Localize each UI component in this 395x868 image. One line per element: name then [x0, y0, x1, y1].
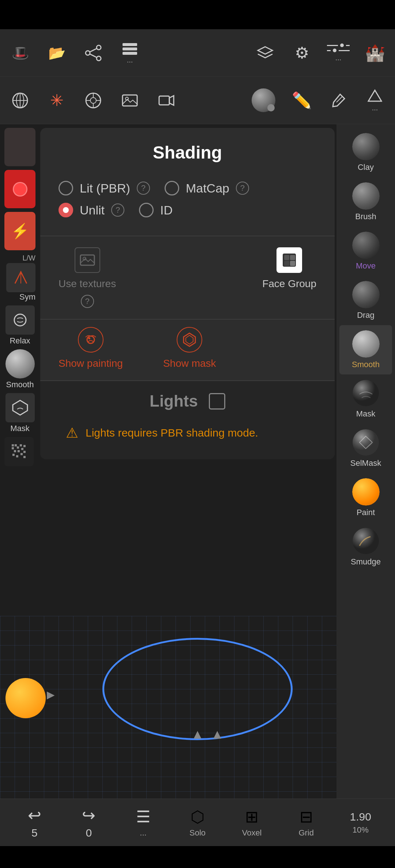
lights-toggle[interactable] [209, 393, 225, 410]
move-tool-icon [352, 232, 380, 259]
sidebar-item-paint[interactable]: Paint [339, 473, 392, 522]
sun-icon[interactable]: ✳ [44, 88, 69, 113]
voxel-button[interactable]: ⊞ Voxel [225, 807, 279, 838]
mask-left-label: Mask [10, 424, 30, 433]
id-option[interactable]: ID [139, 203, 173, 217]
video-icon[interactable] [154, 88, 179, 113]
triangle-icon[interactable]: ... [362, 88, 388, 113]
lit-pbr-label: Lit (PBR) [80, 181, 130, 195]
lit-pbr-radio[interactable] [59, 181, 73, 195]
sphere-material-icon[interactable] [249, 86, 278, 115]
unlit-option[interactable]: Unlit ? [59, 203, 124, 217]
mask-left-button[interactable]: Mask [4, 393, 35, 433]
paint-label: Paint [357, 508, 375, 517]
sidebar-item-brush[interactable]: Brush [339, 177, 392, 226]
relax-icon [5, 305, 35, 335]
shading-modal: Shading Lit (PBR) ? MatCap ? Unlit [40, 128, 335, 459]
svg-rect-36 [12, 444, 14, 446]
face-group-label: Face Group [262, 278, 316, 290]
sidebar-item-smooth[interactable]: Smooth [339, 325, 392, 374]
undo-counter: 5 [31, 827, 38, 839]
pen-icon[interactable]: ✏️ [289, 88, 315, 113]
show-painting-label: Show painting [59, 358, 123, 369]
layers-icon[interactable] [252, 40, 278, 66]
face-group-option[interactable]: Face Group [262, 247, 316, 308]
scroll-up-chevron[interactable]: ▲ [191, 727, 204, 742]
svg-rect-42 [18, 450, 20, 452]
svg-rect-7 [123, 52, 137, 55]
aperture-icon[interactable] [80, 88, 106, 113]
share-icon[interactable] [80, 40, 106, 66]
texture-icon [75, 247, 100, 273]
lit-pbr-help-icon[interactable]: ? [137, 182, 150, 195]
eyedropper-icon[interactable] [326, 88, 351, 113]
sidebar-item-clay[interactable]: Clay [339, 128, 392, 177]
svg-point-31 [353, 380, 379, 406]
id-radio[interactable] [139, 203, 154, 217]
castle-icon[interactable]: 🏰 [362, 40, 388, 66]
color-swatch-red[interactable] [4, 170, 35, 208]
sidebar-item-mask[interactable]: Mask [339, 374, 392, 424]
settings-icon[interactable]: ⚙ [289, 40, 315, 66]
sidebar-item-selmask[interactable]: SelMask [339, 424, 392, 473]
svg-rect-43 [21, 448, 23, 450]
matcap-option[interactable]: MatCap ? [165, 181, 249, 195]
use-textures-help-icon[interactable]: ? [81, 295, 94, 308]
matcap-radio[interactable] [165, 181, 179, 195]
folder-icon[interactable]: 📂 [44, 40, 69, 66]
svg-rect-38 [12, 447, 14, 449]
grid-button[interactable]: ⊟ Grid [279, 807, 334, 838]
svg-rect-18 [123, 95, 137, 106]
left-tools: ⚡ L/W Sym [4, 128, 35, 466]
face-group-icon [276, 247, 302, 273]
menu-icon: ☰ [136, 807, 150, 826]
menu-button[interactable]: ☰ ... [116, 807, 170, 838]
expand-arrow-icon[interactable]: ▶ [47, 689, 55, 701]
solo-label: Solo [189, 828, 206, 838]
use-textures-option[interactable]: Use textures ? [59, 247, 116, 308]
relax-button[interactable]: Relax [4, 305, 35, 346]
solo-button[interactable]: ⬡ Solo [170, 807, 225, 838]
unlit-help-icon[interactable]: ? [111, 203, 124, 217]
layers-stack-icon[interactable]: ... [117, 40, 143, 66]
hat-icon[interactable]: 🎩 [7, 40, 33, 66]
grid-view-icon[interactable] [7, 88, 33, 113]
zoom-value: 1.90 [350, 811, 371, 823]
sidebar-item-drag[interactable]: Drag [339, 276, 392, 325]
svg-point-13 [90, 98, 96, 103]
color-swatch-coral[interactable]: ⚡ [4, 212, 35, 250]
orange-color-ball[interactable] [5, 678, 46, 718]
sym-button[interactable] [6, 263, 35, 292]
show-mask-option[interactable]: Show mask [163, 327, 216, 369]
show-painting-option[interactable]: Show painting [59, 327, 123, 369]
right-sidebar: Clay Brush Move Drag Smo [336, 124, 395, 799]
sidebar-item-move[interactable]: Move [339, 226, 392, 276]
scroll-up-chevron2[interactable]: ▲ [211, 727, 224, 742]
svg-rect-49 [23, 456, 26, 458]
use-textures-label: Use textures [59, 278, 116, 290]
image-icon[interactable] [117, 88, 143, 113]
redo-button[interactable]: ↪ 0 [62, 806, 116, 839]
lit-pbr-option[interactable]: Lit (PBR) ? [59, 181, 150, 195]
lights-header: Lights [59, 392, 316, 410]
svg-point-2 [97, 56, 101, 61]
unlit-radio[interactable] [59, 203, 73, 217]
svg-point-33 [353, 528, 379, 554]
lw-sym-container: L/W Sym [4, 254, 35, 302]
shading-options-section: Lit (PBR) ? MatCap ? Unlit ? ID [40, 174, 335, 236]
smooth-left-button[interactable]: Smooth [4, 349, 35, 389]
sidebar-item-smudge[interactable]: Smudge [339, 522, 392, 572]
scatter-icon-button[interactable] [4, 437, 34, 466]
svg-rect-47 [12, 454, 15, 456]
svg-rect-37 [15, 444, 17, 446]
lw-label: L/W [4, 254, 35, 262]
main-canvas[interactable]: Shading Lit (PBR) ? MatCap ? Unlit [0, 124, 395, 799]
mask-tool-icon [352, 380, 380, 407]
sliders-icon[interactable]: ... [326, 40, 351, 66]
svg-point-0 [86, 51, 90, 55]
matcap-help-icon[interactable]: ? [236, 182, 249, 195]
svg-rect-40 [20, 444, 22, 446]
color-dot-red [13, 182, 27, 197]
undo-button[interactable]: ↩ 5 [7, 806, 62, 839]
color-swatch-dark[interactable] [4, 128, 35, 166]
